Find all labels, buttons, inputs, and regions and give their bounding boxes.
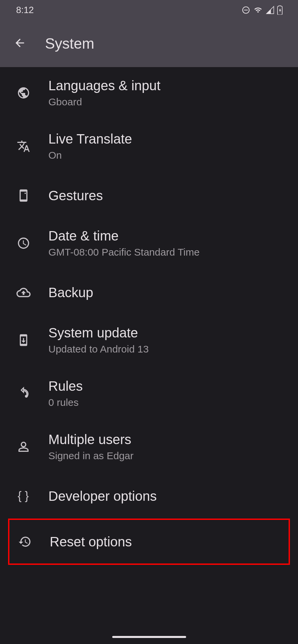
item-subtitle: GMT-08:00 Pacific Standard Time (48, 246, 200, 259)
settings-item-developer-options[interactable]: { } Developer options (0, 474, 298, 518)
status-bar: 8:12 (0, 0, 298, 20)
svg-point-0 (25, 193, 26, 194)
item-title: Multiple users (48, 431, 134, 448)
restore-icon (17, 534, 32, 549)
battery-charging-icon (277, 5, 283, 15)
settings-item-reset-options[interactable]: Reset options (9, 520, 289, 564)
page-title: System (45, 35, 94, 52)
item-subtitle: Signed in as Edgar (48, 449, 134, 462)
signal-icon (266, 6, 274, 14)
back-button[interactable] (13, 37, 26, 51)
gesture-icon (16, 188, 31, 203)
svg-point-1 (27, 192, 28, 193)
system-update-icon (16, 333, 31, 347)
settings-item-system-update[interactable]: System update Updated to Android 13 (0, 314, 298, 368)
item-subtitle: 0 rules (48, 396, 83, 409)
status-icons (242, 5, 283, 15)
cloud-upload-icon (16, 285, 31, 300)
app-bar: System (0, 20, 298, 67)
highlight-annotation: Reset options (8, 519, 290, 565)
wifi-icon (253, 6, 263, 14)
item-title: Languages & input (48, 77, 161, 94)
settings-item-gestures[interactable]: Gestures (0, 174, 298, 217)
settings-item-rules[interactable]: Rules 0 rules (0, 368, 298, 421)
settings-item-live-translate[interactable]: Live Translate On (0, 120, 298, 174)
globe-icon (16, 86, 31, 100)
svg-text:{  }: { } (18, 489, 29, 502)
settings-item-backup[interactable]: Backup (0, 271, 298, 314)
status-time: 8:12 (16, 5, 34, 15)
item-subtitle: On (48, 149, 132, 162)
person-icon (16, 439, 31, 454)
navigation-bar-handle[interactable] (112, 636, 186, 638)
item-title: Rules (48, 378, 83, 394)
settings-item-multiple-users[interactable]: Multiple users Signed in as Edgar (0, 421, 298, 474)
item-title: Live Translate (48, 130, 132, 147)
rules-icon (16, 386, 31, 401)
item-title: Gestures (48, 187, 103, 204)
settings-item-languages-input[interactable]: Languages & input Gboard (0, 67, 298, 120)
clock-icon (16, 236, 31, 251)
item-title: Reset options (50, 533, 132, 550)
dnd-icon (242, 6, 250, 14)
item-subtitle: Gboard (48, 95, 161, 108)
item-title: Date & time (48, 227, 200, 244)
braces-icon: { } (16, 489, 31, 503)
item-title: Backup (48, 284, 93, 301)
settings-list: Languages & input Gboard Live Translate … (0, 67, 298, 565)
item-title: Developer options (48, 488, 157, 504)
settings-item-date-time[interactable]: Date & time GMT-08:00 Pacific Standard T… (0, 217, 298, 271)
item-subtitle: Updated to Android 13 (48, 342, 149, 356)
translate-icon (16, 139, 31, 154)
item-title: System update (48, 324, 149, 341)
